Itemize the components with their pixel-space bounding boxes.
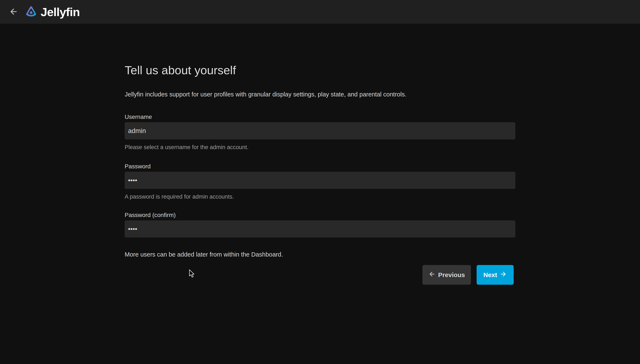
password-confirm-field-group: Password (confirm) bbox=[125, 212, 515, 238]
password-field-group: Password A password is required for admi… bbox=[125, 163, 515, 200]
password-confirm-label: Password (confirm) bbox=[125, 212, 515, 219]
username-input[interactable] bbox=[125, 122, 515, 140]
app-title: Jellyfin bbox=[41, 5, 80, 19]
arrow-right-icon bbox=[500, 270, 507, 279]
password-confirm-input[interactable] bbox=[125, 220, 515, 238]
wizard-button-row: Previous Next bbox=[125, 265, 515, 285]
previous-button-label: Previous bbox=[438, 271, 465, 278]
arrow-back-icon bbox=[9, 7, 18, 17]
setup-wizard-user-page: Tell us about yourself Jellyfin includes… bbox=[125, 24, 515, 285]
password-input[interactable] bbox=[125, 172, 515, 189]
username-field-group: Username Please select a username for th… bbox=[125, 113, 515, 150]
page-title: Tell us about yourself bbox=[125, 64, 515, 76]
previous-button[interactable]: Previous bbox=[422, 265, 471, 285]
password-help-text: A password is required for admin account… bbox=[125, 193, 515, 200]
intro-text: Jellyfin includes support for user profi… bbox=[125, 90, 515, 98]
more-users-note: More users can be added later from withi… bbox=[125, 251, 515, 258]
back-button[interactable] bbox=[6, 4, 21, 20]
next-button[interactable]: Next bbox=[477, 265, 514, 285]
jellyfin-brand: Jellyfin bbox=[25, 5, 80, 19]
username-label: Username bbox=[125, 113, 515, 120]
password-label: Password bbox=[125, 163, 515, 170]
app-header: Jellyfin bbox=[0, 0, 640, 24]
arrow-left-icon bbox=[428, 270, 436, 279]
jellyfin-logo-icon bbox=[25, 5, 37, 19]
next-button-label: Next bbox=[483, 271, 497, 278]
username-help-text: Please select a username for the admin a… bbox=[125, 144, 515, 150]
